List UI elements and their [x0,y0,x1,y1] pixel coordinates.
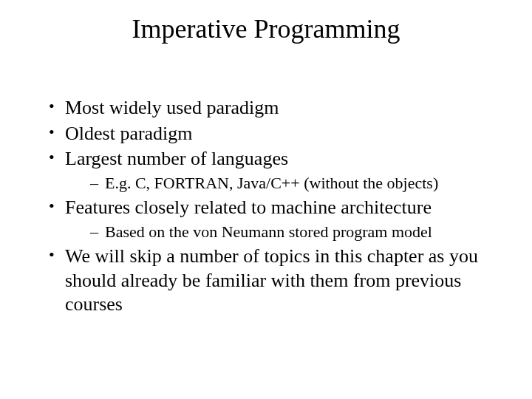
sub-list-item: E.g. C, FORTRAN, Java/C++ (without the o… [87,173,488,194]
sub-list-item: Based on the von Neumann stored program … [87,222,488,242]
list-item: Largest number of languages E.g. C, FORT… [44,147,488,193]
sub-list: Based on the von Neumann stored program … [65,222,488,242]
list-item-text: Largest number of languages [65,148,288,169]
slide-title: Imperative Programming [44,13,488,44]
list-item-text: Features closely related to machine arch… [65,197,432,218]
list-item: Most widely used paradigm [44,96,488,120]
list-item: Oldest paradigm [44,122,488,146]
sub-list: E.g. C, FORTRAN, Java/C++ (without the o… [65,173,488,194]
bullet-list: Most widely used paradigm Oldest paradig… [44,96,488,317]
list-item: Features closely related to machine arch… [44,196,488,242]
list-item: We will skip a number of topics in this … [44,245,488,317]
slide: Imperative Programming Most widely used … [0,0,532,399]
